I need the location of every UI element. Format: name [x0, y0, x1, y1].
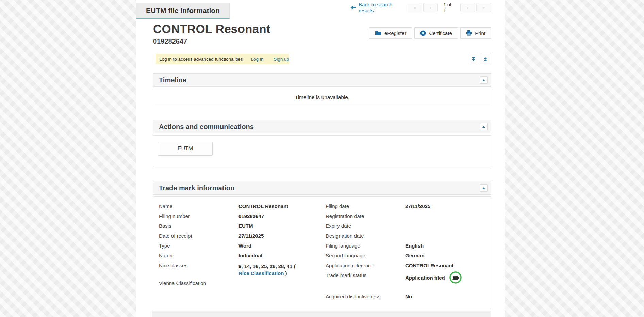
field-value: 019282647 — [238, 212, 264, 219]
back-to-search-results-link[interactable]: Back to search results — [350, 2, 408, 13]
field-value: No — [405, 293, 412, 299]
actions-eutm-tab-label: EUTM — [178, 146, 193, 152]
field-row-application-reference: Application reference CONTROLResonant — [326, 262, 485, 272]
next-section-header-cutoff — [152, 311, 491, 317]
timeline-section-body: Timeline is unavailable. — [153, 89, 491, 106]
field-value: EUTM — [238, 222, 253, 229]
pager-first-icon: « — [413, 5, 416, 10]
field-row-filing-date: Filing date 27/11/2025 — [326, 203, 485, 212]
registered-mark-icon: R — [420, 30, 426, 36]
back-arrow-icon — [350, 5, 356, 10]
field-label: Vienna Classification — [159, 280, 238, 286]
actions-eutm-tab[interactable]: EUTM — [158, 142, 213, 156]
actions-section-header: Actions and communications — [153, 120, 491, 133]
signup-link[interactable]: Sign up — [274, 57, 289, 62]
field-row-nature: Nature Individual — [159, 252, 315, 262]
field-value: CONTROLResonant — [405, 262, 454, 268]
chevron-up-icon — [482, 187, 485, 189]
actions-section-body: EUTM — [153, 135, 491, 167]
timeline-section: Timeline Timeline is unavailable. — [153, 73, 491, 106]
field-row-second-language: Second language German — [326, 252, 485, 262]
timeline-empty-message: Timeline is unavailable. — [295, 94, 350, 100]
pager-page-label: 1 of 1 — [443, 2, 455, 13]
login-banner-message: Log in to access advanced functionalitie… — [159, 57, 243, 62]
field-value: 27/11/2025 — [405, 203, 430, 209]
field-value: 9, 14, 16, 25, 26, 28, 41 ( Nice Classif… — [238, 262, 300, 277]
field-value: 27/11/2025 — [238, 232, 264, 239]
actions-collapse-button[interactable] — [480, 123, 488, 130]
trademark-info-left-column: Name CONTROL Resonant Filing number 0192… — [159, 203, 315, 289]
certificate-button-label: Certificate — [429, 30, 452, 36]
nice-classes-values: 9, 14, 16, 25, 26, 28, 41 ( — [238, 263, 296, 269]
field-label: Expiry date — [326, 222, 405, 229]
result-pager: « ‹ 1 of 1 › » — [408, 2, 491, 13]
print-button[interactable]: Print — [460, 27, 491, 39]
field-label: Nature — [159, 252, 238, 258]
field-label: Second language — [326, 252, 405, 258]
pager-prev-button[interactable]: ‹ — [423, 3, 438, 12]
field-row-acquired-distinctiveness: Acquired distinctiveness No — [326, 293, 485, 303]
field-value: Word — [238, 242, 251, 249]
trademark-info-right-column: Filing date 27/11/2025 Registration date… — [326, 203, 485, 303]
field-label: Filing number — [159, 212, 238, 219]
field-value: Individual — [238, 252, 262, 258]
timeline-collapse-button[interactable] — [480, 76, 488, 84]
trademark-status-text: Application filed — [405, 275, 445, 281]
field-row-nice-classes: Nice classes 9, 14, 16, 25, 26, 28, 41 (… — [159, 262, 315, 277]
field-label: Name — [159, 203, 238, 209]
back-link-label: Back to search results — [359, 2, 408, 13]
double-chevron-down-icon — [471, 57, 476, 62]
actions-section-title: Actions and communications — [159, 123, 480, 131]
field-row-vienna-classification: Vienna Classification — [159, 280, 315, 289]
field-label: Designation date — [326, 232, 405, 239]
trademark-info-section-body: Name CONTROL Resonant Filing number 0192… — [153, 196, 491, 310]
nice-classes-suffix: ) — [285, 270, 287, 276]
folder-icon — [375, 31, 381, 35]
actions-section: Actions and communications EUTM — [153, 120, 491, 167]
trademark-info-collapse-button[interactable] — [480, 184, 488, 192]
field-label: Acquired distinctiveness — [326, 293, 405, 299]
field-row-registration-date: Registration date — [326, 212, 485, 222]
field-label: Filing language — [326, 242, 405, 249]
field-row-expiry-date: Expiry date — [326, 222, 485, 232]
trademark-info-section-title: Trade mark information — [159, 184, 480, 192]
timeline-section-title: Timeline — [159, 76, 480, 84]
print-button-label: Print — [475, 30, 485, 36]
collapse-all-button[interactable] — [480, 54, 491, 64]
page-title: CONTROL Resonant — [153, 22, 270, 36]
double-chevron-up-icon — [483, 57, 488, 62]
field-label: Registration date — [326, 212, 405, 219]
field-label: Nice classes — [159, 262, 238, 268]
nice-classification-link[interactable]: Nice Classification — [238, 270, 284, 276]
trademark-title-block: CONTROL Resonant 019282647 — [153, 22, 270, 46]
filing-number-heading: 019282647 — [153, 37, 270, 46]
pager-last-button[interactable]: » — [476, 3, 491, 12]
field-row-basis: Basis EUTM — [159, 222, 315, 232]
field-value: Application filed — [405, 271, 462, 284]
field-row-trademark-status: Trade mark status Application filed — [326, 272, 485, 288]
printer-icon — [466, 30, 472, 36]
field-label: Filing date — [326, 203, 405, 209]
chevron-up-icon — [482, 79, 485, 81]
field-label: Date of receipt — [159, 232, 238, 239]
field-row-type: Type Word — [159, 242, 315, 252]
application-filed-status-icon — [449, 271, 462, 284]
top-navigation-row: Back to search results « ‹ 1 of 1 › » — [350, 3, 491, 12]
pager-next-icon: › — [467, 5, 468, 10]
pager-first-button[interactable]: « — [408, 3, 422, 12]
field-label: Trade mark status — [326, 272, 405, 278]
eregister-button-label: eRegister — [384, 30, 406, 36]
certificate-button[interactable]: R Certificate — [414, 27, 458, 39]
pager-next-button[interactable]: › — [460, 3, 475, 12]
eregister-button[interactable]: eRegister — [369, 27, 412, 39]
tab-eutm-file-information[interactable]: EUTM file information — [136, 3, 230, 19]
svg-text:R: R — [422, 31, 424, 35]
trademark-info-section: Trade mark information Name CONTROL Reso… — [153, 181, 491, 310]
main-content-panel: EUTM file information Back to search res… — [136, 0, 505, 317]
expand-collapse-controls — [468, 54, 491, 64]
field-value: English — [405, 242, 424, 249]
field-value: CONTROL Resonant — [238, 203, 288, 209]
login-link[interactable]: Log in — [251, 57, 263, 62]
field-label: Basis — [159, 222, 238, 229]
expand-all-button[interactable] — [468, 54, 479, 64]
